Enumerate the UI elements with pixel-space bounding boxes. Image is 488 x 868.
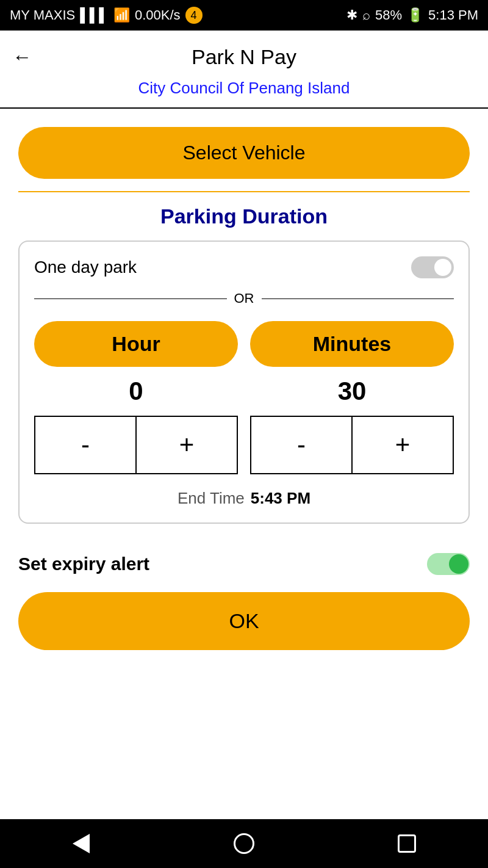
parking-duration-title: Parking Duration <box>18 204 470 228</box>
carrier-text: MY MAXIS <box>10 7 75 23</box>
minutes-stepper: - + <box>250 416 454 474</box>
hour-increment-button[interactable]: + <box>137 417 237 473</box>
back-nav-icon <box>73 834 90 853</box>
or-text: OR <box>234 291 254 306</box>
minutes-button[interactable]: Minutes <box>250 321 454 367</box>
hour-decrement-button[interactable]: - <box>35 417 137 473</box>
one-day-label: One day park <box>34 258 137 277</box>
bluetooth-icon: ✱ <box>346 7 357 23</box>
app-title: Park N Pay <box>192 45 296 69</box>
minutes-increment-button[interactable]: + <box>353 417 453 473</box>
bottom-nav-bar <box>0 819 488 868</box>
home-nav-button[interactable] <box>226 825 262 862</box>
signal-icon: ▌▌▌ <box>80 7 109 23</box>
expiry-toggle[interactable] <box>427 553 470 575</box>
end-time-value: 5:43 PM <box>251 489 310 508</box>
ok-section: OK <box>0 592 488 662</box>
top-nav: ← Park N Pay <box>0 31 488 74</box>
or-line-left <box>34 298 227 299</box>
duration-card: One day park OR Hour Minutes 0 30 <box>18 241 470 524</box>
stepper-row: - + - + <box>34 416 454 474</box>
ok-button[interactable]: OK <box>18 592 470 650</box>
minutes-value: 30 <box>250 377 454 406</box>
hm-buttons-row: Hour Minutes <box>34 321 454 367</box>
end-time-label: End Time <box>178 489 245 508</box>
back-nav-button[interactable] <box>63 825 99 862</box>
battery-icon: 🔋 <box>407 7 423 23</box>
app-content: ← Park N Pay City Council Of Penang Isla… <box>0 31 488 819</box>
one-day-row: One day park <box>34 256 454 278</box>
hour-stepper: - + <box>34 416 238 474</box>
recents-nav-icon <box>398 834 416 853</box>
time-text: 5:13 PM <box>428 7 478 23</box>
status-left: MY MAXIS ▌▌▌ 📶 0.00K/s 4 <box>10 7 203 24</box>
divider <box>18 191 470 192</box>
one-day-toggle[interactable] <box>411 256 454 278</box>
back-button[interactable]: ← <box>12 46 32 68</box>
or-divider: OR <box>34 291 454 306</box>
hour-button[interactable]: Hour <box>34 321 238 367</box>
expiry-toggle-knob <box>449 554 468 574</box>
select-vehicle-button[interactable]: Select Vehicle <box>18 127 470 179</box>
home-nav-icon <box>234 833 254 854</box>
subtitle: City Council Of Penang Island <box>0 74 488 109</box>
wifi-icon: 📶 <box>113 7 130 23</box>
battery-text: 58% <box>375 7 402 23</box>
recents-nav-button[interactable] <box>389 825 425 862</box>
status-bar: MY MAXIS ▌▌▌ 📶 0.00K/s 4 ✱ ⌕ 58% 🔋 5:13 … <box>0 0 488 31</box>
end-time-row: End Time 5:43 PM <box>34 489 454 508</box>
minutes-decrement-button[interactable]: - <box>251 417 353 473</box>
parking-duration-section: Parking Duration One day park OR Hour Mi… <box>0 191 488 536</box>
speed-text: 0.00K/s <box>135 7 181 23</box>
notification-badge: 4 <box>185 7 203 24</box>
one-day-toggle-knob <box>434 259 451 276</box>
select-vehicle-section: Select Vehicle <box>0 109 488 191</box>
or-line-right <box>262 298 454 299</box>
values-row: 0 30 <box>34 377 454 406</box>
status-right: ✱ ⌕ 58% 🔋 5:13 PM <box>346 7 478 23</box>
expiry-label: Set expiry alert <box>18 554 149 574</box>
hour-value: 0 <box>34 377 238 406</box>
expiry-row: Set expiry alert <box>0 536 488 592</box>
location-icon: ⌕ <box>362 7 370 23</box>
